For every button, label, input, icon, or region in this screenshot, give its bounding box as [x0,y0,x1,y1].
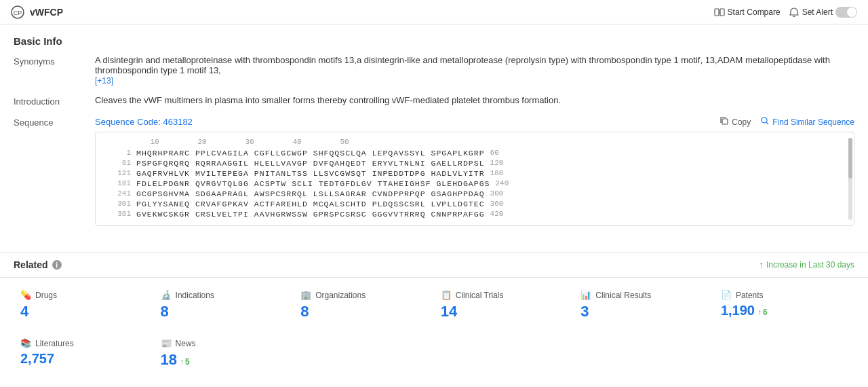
stat-value: 3 [580,303,707,320]
seq-chars: MHQRHPRARC PPLCVAGILA CGFLLGCWGP SHFQQSC… [136,149,485,158]
stat-label: 💊 Drugs [20,290,147,300]
lit-icon: 📚 [20,338,31,348]
sequence-lines: 1 MHQRHPRARC PPLCVAGILA CGFLLGCWGP SHFQQ… [104,149,846,219]
stat-label-text: Literatures [35,339,74,348]
find-similar-button[interactable]: Find Similar Sequence [760,116,854,128]
stat-item-row2: 📚 Literatures 2,757 [14,334,154,373]
stat-value: 2,757 [20,351,147,367]
start-compare-button[interactable]: Start Compare [714,7,781,18]
stat-label-text: Patents [736,291,764,300]
stat-label: 🔬 Indications [161,290,288,300]
stats-grid: 💊 Drugs 4 🔬 Indications 8 🏢 Organization… [0,277,868,330]
stats-row2: 📚 Literatures 2,757 📰 News 18↑ 5 [0,330,868,381]
seq-chars: PSPGFQRQRQ RQRRAAGGIL HLELLVAVGP DVFQAHQ… [136,159,485,168]
related-label: Related [14,259,48,270]
copy-icon [719,116,729,128]
seq-end-num: 240 [495,179,509,188]
find-similar-label: Find Similar Sequence [772,117,854,127]
scrollbar-thumb [848,138,852,179]
svg-line-7 [766,122,768,124]
toggle-knob [847,7,856,17]
results-icon: 📊 [580,290,591,300]
stat-label: 📰 News [161,338,288,348]
stat-label-text: Clinical Results [595,291,651,300]
increase-arrow-icon: ↑ [759,259,764,270]
news-icon: 📰 [161,338,172,348]
copy-button[interactable]: Copy [719,116,751,128]
sequence-line: 241 GCGPSGHVMA SDGAAPRAGL AWSPCSRRQL LSL… [104,189,846,198]
main-content: Basic Info Synonyms A disintegrin and me… [0,24,868,246]
patents-icon: 📄 [721,290,732,300]
sequence-line: 181 FDLELPDGNR QVRGVTQLGG ACSPTW SCLI TE… [104,179,846,188]
svg-text:CP: CP [14,10,22,16]
seq-start-num: 121 [104,169,131,178]
stat-value: 8 [300,303,427,320]
sequence-line: 1 MHQRHPRARC PPLCVAGILA CGFLLGCWGP SHFQQ… [104,149,846,158]
stat-value: 18↑ 5 [161,351,288,369]
stat-value: 8 [161,303,288,320]
synonyms-value: A disintegrin and metalloproteinase with… [95,55,854,86]
set-alert-button[interactable]: Set Alert [789,7,857,18]
start-compare-label: Start Compare [728,7,781,17]
stat-item: 📊 Clinical Results 3 [574,286,714,325]
synonyms-more-link[interactable]: [+13] [95,76,113,86]
stat-value: 1,190↑ 6 [721,303,848,318]
stat-item-row2: 📰 News 18↑ 5 [154,334,294,373]
find-similar-icon [760,116,770,128]
seq-start-num: 181 [104,179,131,188]
stat-label-text: Organizations [315,291,366,300]
seq-end-num: 360 [490,200,504,208]
synonyms-row: Synonyms A disintegrin and metalloprotei… [14,55,854,86]
sequence-label: Sequence [14,116,95,128]
svg-rect-2 [715,9,719,16]
stat-increase: ↑ 5 [180,357,190,367]
compare-icon [714,7,725,18]
stat-item: 💊 Drugs 4 [14,286,154,325]
svg-rect-5 [722,119,728,124]
stat-label-text: News [176,339,196,348]
seq-chars: GAQFRVHLVK MVILTEPEGA PNITANLTSS LLSVCGW… [136,169,485,178]
stat-item: 🏢 Organizations 8 [294,286,434,325]
svg-point-6 [762,117,767,123]
sequence-line: 361 GVEKWCSKGR CRSLVELTPI AAVHGRWSSW GPR… [104,210,846,219]
header-right: Start Compare Set Alert [714,7,857,18]
sequence-line: 61 PSPGFQRQRQ RQRRAAGGIL HLELLVAVGP DVFQ… [104,159,846,168]
introduction-label: Introduction [14,95,95,107]
seq-start-num: 61 [104,159,131,168]
sequence-row: Sequence Sequence Code: 463182 Copy [14,116,854,226]
stat-label: 📋 Clinical Trials [441,290,568,300]
stat-increase-arrow-icon: ↑ [180,357,184,367]
sequence-scrollbar[interactable] [848,138,852,220]
seq-end-num: 300 [490,189,504,198]
sequence-actions: Copy Find Similar Sequence [719,116,854,128]
seq-chars: PGLYYSANEQ CRVAFGPKAV ACTFAREHLD MCQALSC… [136,200,485,208]
alert-toggle[interactable] [835,7,857,18]
seq-end-num: 60 [490,149,499,158]
seq-end-num: 420 [490,210,504,219]
drug-icon: 💊 [20,290,31,300]
increase-text: Increase in Last 30 days [766,260,854,270]
stat-increase: ↑ 6 [757,308,768,317]
stat-label: 🏢 Organizations [300,290,427,300]
stat-label: 📚 Literatures [20,338,147,348]
sequence-box[interactable]: 10 20 30 40 50 1 MHQRHPRARC PPLCVAGILA C… [95,132,854,226]
stat-label: 📊 Clinical Results [580,290,707,300]
related-header: Related i ↑ Increase in Last 30 days [0,252,868,277]
seq-start-num: 301 [104,200,131,208]
seq-end-num: 120 [490,159,504,168]
set-alert-label: Set Alert [802,7,833,17]
seq-end-num: 180 [490,169,504,178]
app-logo-icon: CP [11,5,24,19]
related-title: Related i [14,259,62,270]
app-title: vWFCP [30,7,63,18]
seq-start-num: 241 [104,189,131,198]
synonyms-label: Synonyms [14,55,95,67]
sequence-code-link[interactable]: Sequence Code: 463182 [95,117,193,127]
stat-item: 🔬 Indications 8 [154,286,294,325]
alert-icon [789,7,800,18]
introduction-value: Cleaves the vWF multimers in plasma into… [95,95,854,105]
synonyms-text: A disintegrin and metalloproteinase with… [95,55,830,75]
stat-label-text: Indications [176,291,214,300]
trials-icon: 📋 [441,290,452,300]
stat-item: 📄 Patents 1,190↑ 6 [714,286,854,325]
